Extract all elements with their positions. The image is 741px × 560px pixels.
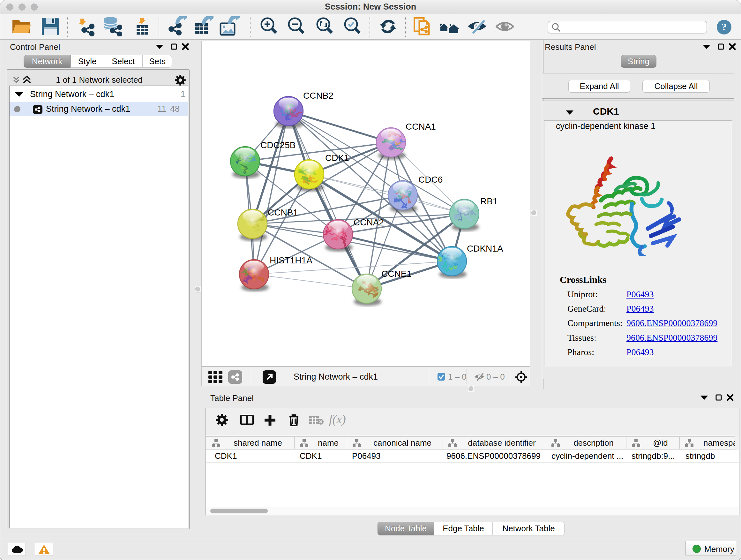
- svg-text:RB1: RB1: [480, 196, 497, 206]
- svg-text:CCNA2: CCNA2: [354, 217, 384, 227]
- svg-text:CDK1: CDK1: [325, 153, 349, 163]
- svg-text:?: ?: [722, 21, 727, 33]
- svg-text:CCNB2: CCNB2: [303, 91, 333, 101]
- svg-text:CCNE1: CCNE1: [381, 269, 412, 279]
- svg-text:CDC6: CDC6: [418, 175, 443, 185]
- svg-text:CDC25B: CDC25B: [260, 140, 295, 150]
- svg-text:HIST1H1A: HIST1H1A: [270, 255, 313, 265]
- svg-text:CDKN1A: CDKN1A: [467, 244, 503, 253]
- svg-text:CCNB1: CCNB1: [268, 207, 298, 217]
- svg-text:CCNA1: CCNA1: [406, 122, 436, 132]
